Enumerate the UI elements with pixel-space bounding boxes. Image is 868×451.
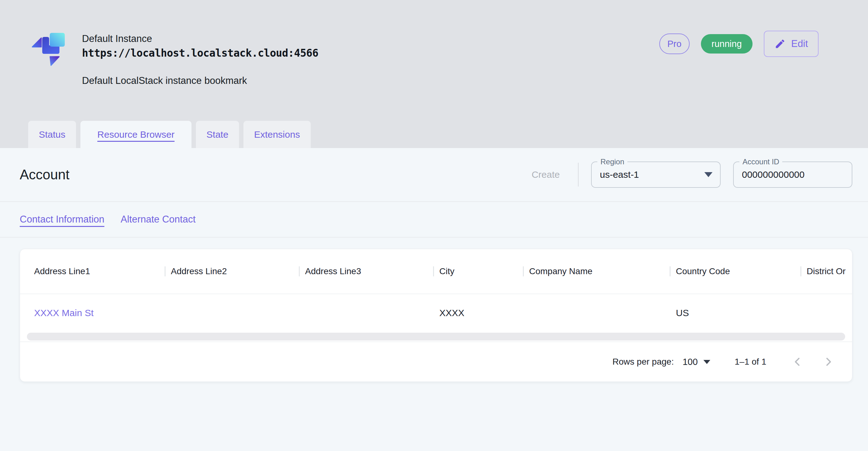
region-select[interactable]: Region us-east-1 <box>591 161 721 188</box>
instance-badges: Pro running Edit <box>659 31 818 57</box>
column-header-address-line1[interactable]: Address Line1 <box>20 266 164 276</box>
column-header-company-name[interactable]: Company Name <box>523 266 670 276</box>
chevron-down-icon <box>704 360 710 364</box>
region-label: Region <box>597 157 627 166</box>
account-id-input[interactable] <box>742 169 844 180</box>
pagination-bar: Rows per page: 100 1–1 of 1 <box>20 341 852 382</box>
instance-name: Default Instance <box>82 33 318 44</box>
previous-page-button[interactable] <box>789 353 806 370</box>
instance-url: https://localhost.localstack.cloud:4566 <box>82 47 318 59</box>
horizontal-scrollbar[interactable] <box>27 333 845 340</box>
rows-per-page-label: Rows per page: <box>612 357 674 367</box>
chevron-down-icon <box>704 172 712 177</box>
subtab-alternate-contact[interactable]: Alternate Contact <box>121 214 196 225</box>
account-id-label: Account ID <box>739 157 782 166</box>
region-value: us-east-1 <box>600 169 639 180</box>
toolbar-divider <box>578 163 579 186</box>
create-button[interactable]: Create <box>530 169 562 180</box>
row-link-address-line1[interactable]: XXXX Main St <box>20 308 164 318</box>
localstack-logo-icon <box>30 29 72 71</box>
subtab-contact-information[interactable]: Contact Information <box>20 214 104 225</box>
pagination-range-label: 1–1 of 1 <box>735 357 766 367</box>
rows-per-page-select[interactable]: 100 <box>682 357 710 367</box>
tab-resource-browser[interactable]: Resource Browser <box>81 121 191 148</box>
scrollbar-track <box>20 331 852 341</box>
table-row: XXXX Main St XXXX US <box>20 294 852 331</box>
edit-pencil-icon <box>774 38 786 50</box>
instance-description: Default LocalStack instance bookmark <box>82 75 318 86</box>
edit-button[interactable]: Edit <box>764 31 818 57</box>
row-cell-country-code: US <box>670 308 800 318</box>
instance-text: Default Instance https://localhost.local… <box>82 29 318 86</box>
next-page-button[interactable] <box>819 353 837 370</box>
chevron-right-icon <box>822 356 835 368</box>
resource-browser-panel: Account Create Region us-east-1 Account … <box>0 148 868 382</box>
instance-info: Default Instance https://localhost.local… <box>30 29 318 86</box>
row-cell-city: XXXX <box>433 308 523 318</box>
edit-button-label: Edit <box>791 38 808 50</box>
rows-per-page-value: 100 <box>682 357 698 367</box>
tab-state[interactable]: State <box>196 121 239 148</box>
chevron-left-icon <box>791 356 804 368</box>
instance-tabs: Status Resource Browser State Extensions <box>28 121 311 148</box>
column-header-country-code[interactable]: Country Code <box>670 266 800 276</box>
page-title: Account <box>20 167 69 182</box>
toolbar-controls: Create Region us-east-1 Account ID <box>530 161 852 188</box>
column-header-district-or[interactable]: District Or <box>800 266 852 276</box>
localstack-app: Default Instance https://localhost.local… <box>0 0 868 382</box>
status-badge: running <box>701 34 752 54</box>
instance-header: Default Instance https://localhost.local… <box>0 0 868 148</box>
column-header-address-line2[interactable]: Address Line2 <box>164 266 299 276</box>
tab-extensions[interactable]: Extensions <box>243 121 311 148</box>
column-header-city[interactable]: City <box>433 266 523 276</box>
table-header-row: Address Line1 Address Line2 Address Line… <box>20 249 852 294</box>
tab-status[interactable]: Status <box>28 121 76 148</box>
account-subtabs: Contact Information Alternate Contact <box>0 202 868 238</box>
resource-toolbar: Account Create Region us-east-1 Account … <box>0 148 868 202</box>
column-header-address-line3[interactable]: Address Line3 <box>299 266 433 276</box>
pro-badge: Pro <box>659 33 690 54</box>
account-id-field: Account ID <box>733 161 852 188</box>
resource-table-card: Address Line1 Address Line2 Address Line… <box>20 249 852 382</box>
